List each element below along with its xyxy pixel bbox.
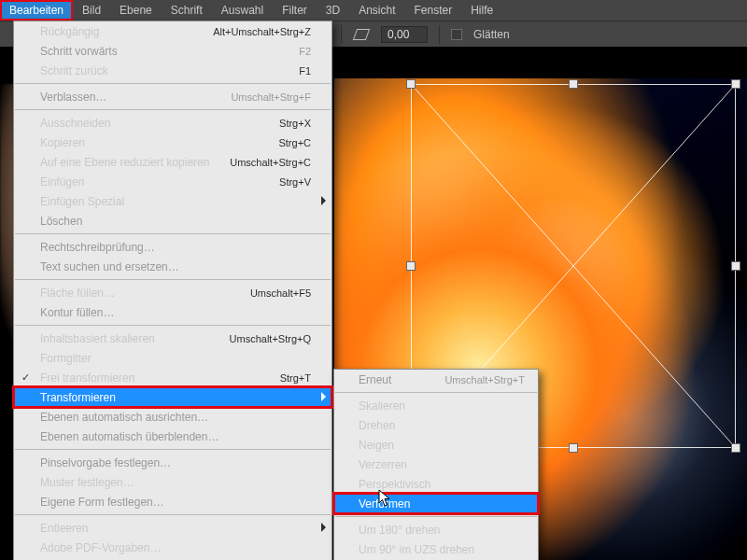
menu-item-label: Skalieren (359, 399, 525, 413)
menu-item-label: Rechtschreibprüfung… (40, 241, 311, 254)
menu-3d[interactable]: 3D (317, 0, 349, 21)
edit-menu-item: Text suchen und ersetzen… (14, 257, 331, 276)
menu-bild[interactable]: Bild (73, 0, 110, 21)
edit-menu-item: Kontur füllen… (14, 302, 331, 322)
menu-item-label: Drehen (359, 419, 525, 432)
menu-item-label: Entleeren (40, 522, 311, 535)
menu-separator (335, 392, 537, 393)
menu-separator (15, 279, 331, 280)
menu-item-shortcut: Umschalt+F5 (250, 287, 311, 299)
menu-item-label: Ausschneiden (40, 117, 279, 130)
edit-menu-item[interactable]: KopierenStrg+C (14, 133, 331, 152)
menu-item-label: Einfügen (40, 175, 279, 189)
menu-item-label: Rückgängig (40, 25, 213, 38)
menu-item-shortcut: F1 (299, 65, 311, 77)
edit-menu-item: Löschen (14, 211, 331, 231)
menu-fenster[interactable]: Fenster (405, 0, 462, 21)
edit-menu-item[interactable]: Muster festlegen… (14, 472, 331, 492)
menu-item-label: Text suchen und ersetzen… (40, 260, 311, 273)
transform-submenu-item[interactable]: Perspektivisch (334, 474, 538, 494)
menu-item-label: Einfügen Spezial (40, 195, 311, 208)
transform-submenu-item[interactable]: Verzerren (334, 455, 538, 474)
edit-menu-item: Verblassen…Umschalt+Strg+F (14, 87, 331, 106)
submenu-arrow-icon (321, 392, 326, 401)
edit-menu-item[interactable]: Auf eine Ebene reduziert kopierenUmschal… (14, 152, 331, 172)
edit-menu-item: Ebenen automatisch ausrichten… (14, 407, 331, 427)
menu-item-label: Ebenen automatisch ausrichten… (40, 411, 311, 424)
edit-menu-item[interactable]: Formgitter (14, 348, 331, 368)
submenu-arrow-icon (321, 196, 326, 205)
menu-item-shortcut: Umschalt+Strg+Q (230, 333, 311, 344)
edit-menu-item[interactable]: Inhaltsbasiert skalierenUmschalt+Strg+Q (14, 329, 331, 348)
menu-item-label: Schritt zurück (40, 64, 299, 77)
menu-item-label: Neigen (359, 439, 525, 452)
menubar: BearbeitenBildEbeneSchriftAuswahlFilter3… (0, 0, 747, 21)
menu-item-label: Frei transformieren (40, 371, 280, 385)
edit-menu-item[interactable]: Einfügen Spezial (14, 191, 331, 211)
transform-handle[interactable] (732, 262, 740, 270)
menu-item-shortcut: F2 (299, 46, 311, 57)
transform-handle[interactable] (407, 262, 415, 270)
menu-separator (15, 233, 331, 234)
menu-item-label: Verformen (359, 497, 525, 511)
edit-menu-item[interactable]: ✓Frei transformierenStrg+T (14, 368, 331, 387)
transform-submenu-item[interactable]: Neigen (334, 435, 538, 455)
edit-menu-item[interactable]: Schritt zurückF1 (14, 61, 331, 80)
transform-handle[interactable] (570, 80, 577, 88)
menu-ansicht[interactable]: Ansicht (349, 0, 404, 21)
menu-auswahl[interactable]: Auswahl (212, 0, 273, 21)
menu-separator (15, 449, 331, 450)
menu-separator (15, 514, 331, 515)
menu-item-label: Muster festlegen… (40, 476, 311, 489)
menu-item-label: Transformieren (40, 391, 311, 404)
transform-submenu-item[interactable]: Um 180° drehen (334, 520, 538, 539)
edit-menu-item: Eigene Form festlegen… (14, 492, 331, 511)
transform-submenu-item[interactable]: Drehen (334, 415, 538, 435)
edit-menu-item[interactable]: AusschneidenStrg+X (14, 113, 331, 133)
menu-item-label: Verzerren (359, 458, 525, 471)
transform-submenu-item[interactable]: Um 90° im UZS drehen (334, 539, 538, 559)
smooth-label: Glätten (473, 28, 510, 41)
submenu-arrow-icon (321, 523, 326, 532)
separator (341, 25, 342, 44)
menu-separator (15, 325, 331, 326)
menu-schrift[interactable]: Schrift (162, 0, 212, 21)
angle-input[interactable]: 0,00 (381, 26, 428, 43)
menu-filter[interactable]: Filter (273, 0, 317, 21)
menu-item-label: Fläche füllen… (40, 287, 250, 300)
smooth-checkbox[interactable] (451, 29, 462, 40)
transform-handle[interactable] (407, 80, 415, 88)
edit-menu-item: Pinselvorgabe festlegen… (14, 453, 331, 472)
menu-item-label: Perspektivisch (359, 478, 525, 491)
menu-item-label: Erneut (359, 373, 444, 386)
transform-submenu-item[interactable]: Skalieren (334, 396, 538, 415)
transform-submenu-item[interactable]: Verformen (334, 494, 538, 513)
transform-handle[interactable] (732, 444, 740, 452)
menu-hilfe[interactable]: Hilfe (461, 0, 502, 21)
edit-menu-item[interactable]: RückgängigAlt+Umschalt+Strg+Z (14, 21, 331, 41)
menu-bearbeiten[interactable]: Bearbeiten (0, 0, 73, 21)
menu-item-shortcut: Alt+Umschalt+Strg+Z (213, 26, 311, 37)
menu-item-label: Schritt vorwärts (40, 45, 299, 58)
transform-handle[interactable] (570, 444, 577, 452)
menu-item-shortcut: Strg+T (280, 372, 311, 384)
menu-ebene[interactable]: Ebene (110, 0, 162, 21)
transform-handle[interactable] (732, 80, 740, 88)
separator (439, 25, 440, 44)
shear-angle-icon (353, 28, 370, 41)
edit-menu-item[interactable]: EinfügenStrg+V (14, 172, 331, 191)
edit-menu-item[interactable]: Fläche füllen…Umschalt+F5 (14, 283, 331, 302)
menu-item-label: Formgitter (40, 352, 311, 365)
menu-item-label: Adobe PDF-Vorgaben… (40, 541, 311, 554)
edit-menu-item: Schritt vorwärtsF2 (14, 41, 331, 61)
menu-item-label: Auf eine Ebene reduziert kopieren (40, 156, 230, 169)
edit-menu-item[interactable]: Transformieren (14, 387, 331, 407)
edit-menu-item[interactable]: Adobe PDF-Vorgaben… (14, 538, 331, 557)
menu-item-label: Pinselvorgabe festlegen… (40, 456, 311, 469)
menu-item-shortcut: Umschalt+Strg+F (231, 91, 311, 103)
edit-menu-item[interactable]: Entleeren (14, 518, 331, 538)
menu-item-shortcut: Umschalt+Strg+T (444, 374, 525, 385)
menu-item-label: Eigene Form festlegen… (40, 496, 311, 509)
menu-separator (15, 83, 331, 84)
menu-item-shortcut: Umschalt+Strg+C (230, 157, 311, 168)
